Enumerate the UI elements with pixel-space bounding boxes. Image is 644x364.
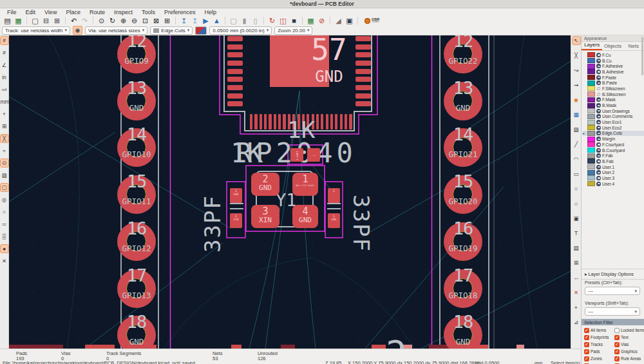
visibility-icon[interactable]	[596, 103, 601, 108]
layer-color-swatch[interactable]	[587, 64, 595, 69]
lock-icon[interactable]: ▮	[240, 16, 249, 25]
visibility-icon[interactable]	[596, 114, 601, 119]
layer-display-options[interactable]: ▸ Layer Display Options	[582, 269, 644, 280]
through-hole-pad-right-18[interactable]: 18GND	[444, 316, 482, 349]
add-image-icon[interactable]: ▣	[573, 215, 580, 222]
drc-icon[interactable]: ◫	[279, 16, 288, 25]
clear-unused-icon[interactable]: ⊘	[317, 16, 327, 25]
net-color-mode-icon[interactable]: ●	[1, 245, 8, 253]
grid-properties-icon[interactable]: #	[1, 49, 8, 57]
scripting-console-icon[interactable]: ▣	[345, 16, 354, 25]
filter-text[interactable]: ✓Text	[614, 334, 643, 341]
update-pcb-icon[interactable]: ▦	[307, 16, 316, 25]
redo-icon[interactable]: ↷	[80, 16, 90, 25]
via-outline-icon[interactable]: ○	[1, 208, 8, 216]
layer-color-swatch[interactable]	[587, 148, 595, 153]
visibility-icon[interactable]	[596, 59, 601, 63]
grid-origin-icon[interactable]: ⌖	[573, 303, 580, 311]
cursor-shape-icon[interactable]: +	[1, 110, 8, 118]
menu-view[interactable]: View	[40, 9, 61, 15]
visibility-icon[interactable]	[596, 137, 601, 141]
three-d-viewer-icon[interactable]: ■	[290, 16, 299, 25]
run-icon[interactable]: ▶	[202, 16, 211, 25]
unlock-icon[interactable]: ▯	[251, 16, 260, 25]
visibility-icon[interactable]	[596, 120, 601, 124]
through-hole-pad-left-17[interactable]: 17GPIO13	[117, 269, 156, 308]
add-zone-icon[interactable]: ▨	[573, 126, 580, 133]
checkbox-icon[interactable]: ✓	[584, 342, 589, 347]
filter-all-items[interactable]: ✓All items	[584, 327, 614, 334]
plot-icon[interactable]: ⊞	[53, 16, 62, 25]
qfp-bottom-pad-7[interactable]	[283, 114, 285, 129]
visibility-icon[interactable]	[596, 64, 601, 68]
qfp-side-pad-l7[interactable]	[227, 93, 243, 99]
mirror-icon[interactable]: ▲	[213, 16, 222, 25]
through-hole-pad-right-13[interactable]: 13GND	[444, 82, 482, 120]
qfp-bottom-pad-1[interactable]	[254, 114, 257, 129]
menu-edit[interactable]: Edit	[21, 9, 41, 15]
visibility-icon[interactable]	[596, 75, 601, 80]
layer-color-swatch[interactable]	[587, 170, 595, 175]
tab-objects[interactable]: Objects	[602, 43, 623, 50]
group-icon[interactable]: ▢	[229, 16, 238, 25]
menu-place[interactable]: Place	[61, 9, 85, 15]
via-size-select[interactable]: Via: use netclass sizes▾	[85, 26, 147, 35]
through-hole-pad-left-14[interactable]: 14GPIO10	[117, 128, 156, 167]
checkbox-icon[interactable]: ✓	[584, 335, 589, 340]
through-hole-pad-right-14[interactable]: 14GPIO21	[444, 128, 482, 167]
visibility-icon[interactable]	[596, 148, 601, 153]
through-hole-pad-right-12[interactable]: 12GPIO22	[444, 35, 482, 73]
grid-visibility-icon[interactable]: #	[1, 37, 8, 44]
pad-outline-icon[interactable]: ◎	[1, 196, 8, 204]
layer-row-user-4[interactable]: User.4	[583, 181, 644, 187]
units-mils-icon[interactable]: mil	[1, 86, 8, 93]
through-hole-pad-left-15[interactable]: 15GPIO11	[117, 175, 156, 214]
layer-row-f-paste[interactable]: F.Paste	[583, 75, 644, 81]
zoom-fit-objects-icon[interactable]: ⊠	[152, 16, 161, 25]
track-outline-icon[interactable]: ═	[1, 220, 8, 228]
through-hole-pad-left-12[interactable]: 12GPIO9	[117, 35, 156, 73]
visibility-off-icon[interactable]: ∅	[596, 92, 601, 97]
qfp-bottom-pad-19[interactable]	[340, 114, 343, 129]
polar-coords-icon[interactable]: ∠	[1, 61, 8, 69]
undo-icon[interactable]: ↶	[70, 16, 79, 25]
cap-left-pad-2[interactable]: 2XIN	[230, 213, 242, 228]
qfp-bottom-pad-14[interactable]	[316, 114, 319, 129]
visibility-icon[interactable]	[596, 159, 601, 164]
filter-footprints[interactable]: ✓Footprints	[584, 334, 614, 341]
layer-color-swatch[interactable]	[587, 91, 595, 97]
router-settings-icon[interactable]: ◢	[334, 16, 343, 25]
qfp-side-pad-l1[interactable]	[227, 44, 243, 50]
layer-color-swatch[interactable]	[587, 153, 595, 158]
qfp-bottom-pad-16[interactable]	[326, 114, 328, 129]
delete-tool-icon[interactable]: ✕	[573, 289, 580, 296]
visibility-icon[interactable]	[596, 97, 601, 102]
draw-polygon-icon[interactable]: ⌂	[573, 200, 580, 207]
measure-tool-icon[interactable]: ⊿	[573, 318, 580, 326]
qfp-side-pad-r6[interactable]	[355, 85, 371, 90]
checkbox-icon[interactable]: ✓	[584, 349, 589, 354]
filter-vias[interactable]: ✓Vias	[614, 341, 643, 348]
qfp-side-pad-l3[interactable]	[227, 61, 243, 66]
checkbox-icon[interactable]: ✓	[614, 342, 620, 347]
layers-scrollbar[interactable]	[641, 37, 643, 75]
layer-color-swatch[interactable]	[587, 86, 595, 91]
visibility-icon[interactable]	[596, 142, 601, 147]
qfp-side-pad-l2[interactable]	[227, 52, 243, 57]
find-icon[interactable]: ⊙	[97, 16, 106, 25]
layer-row-user-comments[interactable]: User.Comments	[583, 114, 644, 120]
layer-color-swatch[interactable]	[587, 75, 595, 80]
filter-rule-areas[interactable]: ✓Rule Areas	[614, 355, 643, 362]
layer-row-f-fab[interactable]: F.Fab	[583, 153, 644, 158]
through-hole-pad-right-17[interactable]: 17GPIO18	[444, 269, 482, 308]
qfp-side-pad-l6[interactable]	[227, 85, 243, 90]
visibility-icon[interactable]	[596, 131, 601, 135]
zoom-in-icon[interactable]: ⊕	[119, 16, 128, 25]
layer-row-edge-cuts[interactable]: ▸Edge.Cuts	[583, 131, 644, 137]
checkbox-icon[interactable]: ✓	[584, 356, 589, 361]
layer-color-swatch[interactable]	[587, 181, 595, 186]
cross-probe-icon[interactable]: ✕	[1, 257, 8, 265]
layer-row-f-silkscreen[interactable]: ∅F.Silkscreen	[583, 86, 644, 91]
layer-row-user-eco2[interactable]: User.Eco2	[583, 125, 644, 131]
layer-color-swatch[interactable]	[587, 69, 595, 74]
